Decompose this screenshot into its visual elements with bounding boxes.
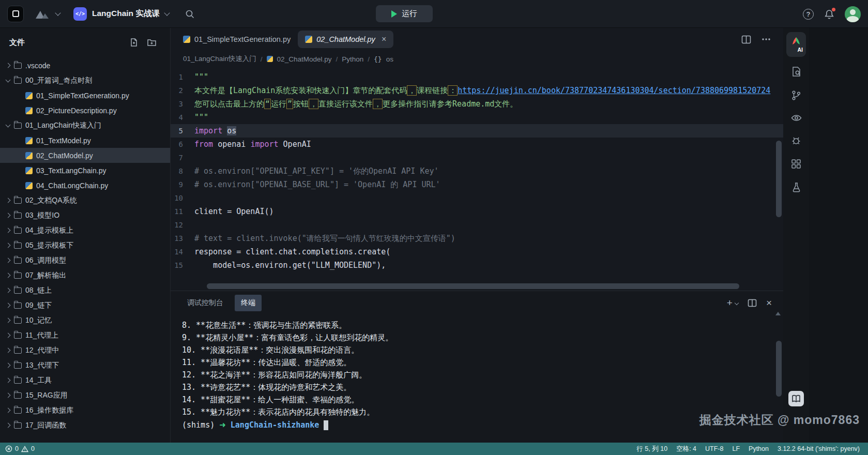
- tab-01-simpletextgeneration[interactable]: 01_SimpleTextGeneration.py: [176, 31, 298, 48]
- horizontal-scrollbar[interactable]: [207, 283, 739, 289]
- tree-item-file[interactable]: 01_SimpleTextGeneration.py: [0, 88, 170, 103]
- split-editor-icon[interactable]: [741, 35, 751, 44]
- tree-item-file[interactable]: 03_TextLangChain.py: [0, 163, 170, 178]
- problems-indicator[interactable]: 0 0: [0, 445, 35, 452]
- breadcrumb-folder[interactable]: 01_LangChain快速入门: [183, 54, 256, 64]
- tree-item-folder[interactable]: 09_链下: [0, 298, 170, 313]
- tree-item-file[interactable]: 02_ChatModel.py: [0, 148, 170, 163]
- statusbar-item[interactable]: Python: [749, 445, 769, 452]
- tab-terminal[interactable]: 终端: [235, 295, 262, 311]
- extensions-button[interactable]: [791, 159, 801, 169]
- terminal-prompt[interactable]: (shims)➜LangChain-shizhanke: [182, 418, 783, 432]
- tree-item-folder[interactable]: 13_代理下: [0, 358, 170, 373]
- code-line[interactable]: 14response = client.chat.completions.cre…: [171, 245, 783, 259]
- org-logo[interactable]: [33, 8, 60, 20]
- search-button[interactable]: [185, 9, 195, 19]
- course-reader-button[interactable]: [788, 391, 804, 406]
- tab-label: 02_ChatModel.py: [316, 35, 375, 43]
- tree-item-label: 08_链上: [25, 286, 52, 295]
- scroll-up-icon[interactable]: [775, 312, 781, 315]
- flask-icon: [791, 182, 801, 193]
- close-tab-icon[interactable]: ×: [382, 35, 386, 44]
- preview-button[interactable]: [791, 114, 802, 122]
- tree-item-folder[interactable]: 06_调用模型: [0, 253, 170, 268]
- code-line[interactable]: 13# text = client.invoke("请给我写一句情人节红玫瑰的中…: [171, 232, 783, 245]
- statusbar-item[interactable]: UTF-8: [705, 445, 723, 452]
- breadcrumb-symbol[interactable]: os: [386, 55, 393, 63]
- split-terminal-icon[interactable]: [748, 299, 757, 307]
- code-line[interactable]: 8# os.environ["OPENAI_API_KEY"] = '你的Ope…: [171, 164, 783, 178]
- avatar[interactable]: [845, 6, 861, 22]
- help-button[interactable]: ?: [803, 9, 814, 20]
- new-folder-icon[interactable]: [147, 38, 157, 47]
- chevron-icon: [6, 63, 11, 68]
- tree-item-folder[interactable]: 17_回调函数: [0, 418, 170, 433]
- terminal-output[interactable]: 8. **花意生活**：强调花与生活的紧密联系。9. **花精灵小屋**：富有童…: [171, 315, 783, 432]
- statusbar-item[interactable]: 空格: 4: [676, 445, 696, 453]
- editor-scrollbar[interactable]: [776, 141, 782, 217]
- test-button[interactable]: [791, 182, 801, 193]
- tree-item-folder[interactable]: 01_LangChain快速入门: [0, 118, 170, 133]
- tree-item-folder[interactable]: 14_工具: [0, 373, 170, 388]
- notifications-button[interactable]: [824, 9, 834, 20]
- tree-item-folder[interactable]: 11_代理上: [0, 328, 170, 343]
- tree-item-folder[interactable]: 16_操作数据库: [0, 403, 170, 418]
- tree-item-folder[interactable]: 10_记忆: [0, 313, 170, 328]
- statusbar-item[interactable]: LF: [732, 445, 740, 452]
- code-line[interactable]: 1""": [171, 70, 783, 84]
- run-button[interactable]: 运行: [376, 5, 433, 22]
- ai-assistant-button[interactable]: AI: [786, 32, 806, 57]
- tab-debug-console[interactable]: 调试控制台: [181, 295, 230, 311]
- tree-item-folder[interactable]: 00_开篇词_奇点时刻: [0, 73, 170, 88]
- code-line[interactable]: 7: [171, 151, 783, 164]
- app-logo-button[interactable]: [7, 6, 24, 22]
- code-line[interactable]: 5import os: [171, 124, 783, 138]
- tree-item-file[interactable]: 01_TextModel.py: [0, 133, 170, 148]
- python-file-icon: [305, 36, 312, 43]
- terminal-scrollbar[interactable]: [776, 341, 782, 397]
- code-token: # os.environ["OPENAI_BASE_URL"] = 'OpenA…: [194, 180, 440, 189]
- new-terminal-button[interactable]: +: [727, 297, 738, 309]
- tree-item-folder[interactable]: 07_解析输出: [0, 268, 170, 283]
- code-token: # text = client.invoke("请给我写一句情人节红玫瑰的中文宣…: [194, 234, 455, 243]
- debug-button[interactable]: [791, 135, 801, 146]
- statusbar-item[interactable]: 行 5, 列 10: [636, 445, 667, 453]
- code-line[interactable]: 9# os.environ["OPENAI_BASE_URL"] = 'Open…: [171, 178, 783, 191]
- chevron-down-icon[interactable]: [164, 10, 170, 16]
- source-control-button[interactable]: [791, 90, 801, 101]
- tree-item-label: 15_RAG应用: [25, 391, 68, 400]
- breadcrumb: 01_LangChain快速入门 / 02_ChatModel.py / Pyt…: [171, 51, 783, 67]
- code-line[interactable]: 4""": [171, 111, 783, 124]
- tab-02-chatmodel[interactable]: 02_ChatModel.py ×: [298, 31, 393, 48]
- breadcrumb-language[interactable]: Python: [342, 55, 363, 63]
- tree-item-folder[interactable]: 02_文档QA系统: [0, 193, 170, 208]
- code-line[interactable]: 3您可以点击最上方的“运行”按钮，直接运行该文件，更多操作指引请参考Readme…: [171, 97, 783, 111]
- folder-icon: [14, 242, 22, 249]
- tree-item-file[interactable]: 04_ChatLongChain.py: [0, 178, 170, 193]
- code-line[interactable]: 11client = OpenAI(): [171, 205, 783, 218]
- tree-item-folder[interactable]: 15_RAG应用: [0, 388, 170, 403]
- file-search-button[interactable]: [791, 66, 802, 77]
- tree-item-folder[interactable]: 08_链上: [0, 283, 170, 298]
- breadcrumb-file[interactable]: 02_ChatModel.py: [277, 55, 332, 63]
- tree-item-folder[interactable]: 05_提示模板下: [0, 238, 170, 253]
- more-actions-icon[interactable]: [762, 38, 771, 41]
- code-line[interactable]: 15 model=os.environ.get("LLM_MODELEND"),: [171, 259, 783, 272]
- workspace-name[interactable]: LangChain 实战课: [92, 8, 160, 19]
- panel-header: 调试控制台 终端 + ×: [171, 291, 783, 315]
- code-line[interactable]: 12: [171, 218, 783, 232]
- statusbar-item[interactable]: 3.12.2 64-bit ('shims': pyenv): [778, 445, 860, 452]
- tree-item-file[interactable]: 02_PictureDescription.py: [0, 103, 170, 118]
- tree-item-folder[interactable]: 12_代理中: [0, 343, 170, 358]
- code-line[interactable]: 2本文件是【LangChain系统安装和快速入门】章节的配套代码，课程链接：ht…: [171, 84, 783, 97]
- code-line[interactable]: 6from openai import OpenAI: [171, 138, 783, 151]
- code-area[interactable]: 1"""2本文件是【LangChain系统安装和快速入门】章节的配套代码，课程链…: [171, 67, 783, 291]
- close-panel-icon[interactable]: ×: [766, 297, 772, 309]
- book-icon: [791, 395, 801, 403]
- tree-item-folder[interactable]: .vscode: [0, 58, 170, 73]
- new-file-icon[interactable]: [129, 38, 139, 47]
- chevron-icon: [6, 122, 11, 127]
- code-line[interactable]: 10: [171, 191, 783, 205]
- tree-item-folder[interactable]: 03_模型IO: [0, 208, 170, 223]
- tree-item-folder[interactable]: 04_提示模板上: [0, 223, 170, 238]
